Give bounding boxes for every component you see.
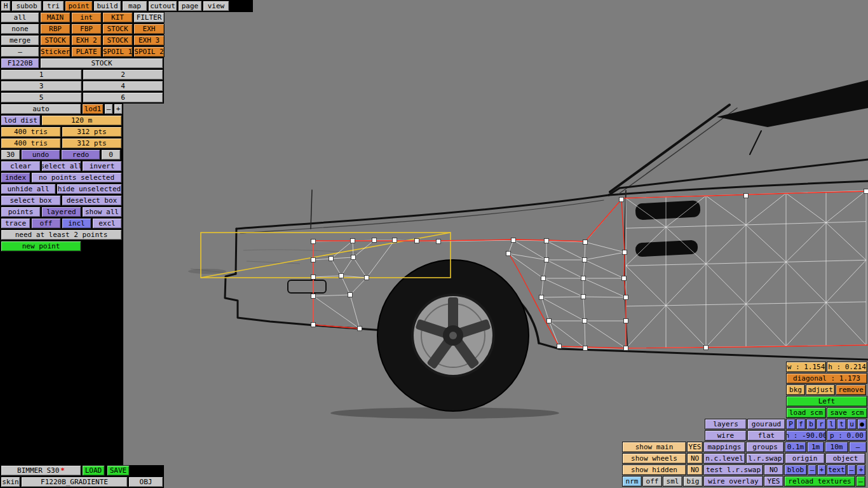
auto-button[interactable]: auto	[1, 104, 81, 114]
mesh-vertex-handle[interactable]	[704, 346, 709, 350]
lod1-button[interactable]: lod1	[82, 104, 104, 114]
show-all-button[interactable]: show all	[82, 207, 122, 217]
mesh-vertex-handle[interactable]	[311, 294, 316, 299]
skin-name-button[interactable]: F1220B_GRADIENTE	[21, 477, 128, 487]
exh-button[interactable]: EXH	[133, 24, 165, 34]
view-t-button[interactable]: t	[837, 419, 846, 430]
mesh-vertex-handle[interactable]	[539, 295, 544, 300]
mesh-vertex-handle[interactable]	[393, 238, 397, 243]
mesh-vertex-handle[interactable]	[348, 293, 353, 297]
invert-button[interactable]: invert	[82, 161, 122, 172]
grid-minus-button[interactable]: –	[849, 442, 867, 452]
page-button[interactable]: page	[178, 1, 202, 11]
object-button[interactable]: object	[825, 453, 865, 464]
unhide-all-button[interactable]: unhide all	[1, 184, 56, 194]
sml-button[interactable]: sml	[663, 476, 682, 487]
reload-textures-button[interactable]: reload textures	[784, 476, 855, 487]
plate-button[interactable]: PLATE	[71, 46, 102, 57]
all-button[interactable]: all	[1, 12, 39, 23]
mesh-vertex-handle[interactable]	[624, 346, 628, 351]
mesh-vertex-handle[interactable]	[545, 258, 549, 262]
load-button[interactable]: LOAD	[82, 465, 105, 476]
mesh-vertex-handle[interactable]	[620, 198, 624, 202]
mesh-vertex-handle[interactable]	[583, 319, 587, 323]
text-button[interactable]: text	[827, 464, 846, 475]
wire-overlay-button[interactable]: wire overlay	[703, 476, 763, 487]
mesh-vertex-handle[interactable]	[358, 327, 362, 331]
select-all-button[interactable]: select all	[41, 161, 81, 172]
view-p-button[interactable]: P	[786, 419, 796, 430]
filter-button[interactable]: FILTER	[133, 12, 165, 23]
show-wheels-state-button[interactable]: NO	[687, 453, 703, 464]
blob-plus-button[interactable]: +	[817, 464, 826, 475]
mesh-vertex-handle[interactable]	[744, 194, 749, 198]
slot-3-button[interactable]: 3	[1, 81, 82, 92]
adjust-button[interactable]: adjust	[806, 384, 835, 395]
map-button[interactable]: map	[122, 1, 147, 11]
points-button[interactable]: points	[1, 207, 41, 217]
mesh-vertex-handle[interactable]	[583, 258, 587, 262]
groups-button[interactable]: groups	[746, 442, 784, 452]
mesh-vertex-handle[interactable]	[583, 346, 588, 351]
stock-button[interactable]: STOCK	[40, 35, 71, 46]
main-button[interactable]: MAIN	[40, 12, 71, 23]
sticker-button[interactable]: Sticker	[40, 46, 71, 57]
show-hidden-state-button[interactable]: NO	[687, 464, 703, 475]
h-button[interactable]: H	[1, 1, 11, 11]
reload-minus-button[interactable]: –	[856, 476, 865, 487]
grid-1m-button[interactable]: 1m	[807, 442, 824, 452]
view-r-button[interactable]: r	[817, 419, 826, 430]
excl-button[interactable]: excl	[92, 218, 122, 229]
mesh-vertex-handle[interactable]	[372, 238, 377, 243]
slot-1-button[interactable]: 1	[1, 69, 82, 80]
mesh-vertex-handle[interactable]	[415, 239, 419, 243]
blob-minus-button[interactable]: –	[808, 464, 817, 475]
save-scm-button[interactable]: save scm	[827, 407, 867, 418]
text-plus-button[interactable]: +	[857, 464, 865, 475]
mesh-vertex-handle[interactable]	[581, 295, 586, 299]
obj-button[interactable]: OBJ	[128, 477, 163, 487]
n-c-level-button[interactable]: n.c.level	[703, 453, 745, 464]
mesh-vertex-handle[interactable]	[864, 189, 868, 194]
gouraud-button[interactable]: gouraud	[747, 419, 785, 430]
mappings-button[interactable]: mappings	[703, 442, 745, 452]
show-wheels-button[interactable]: show wheels	[622, 453, 686, 464]
mesh-vertex-handle[interactable]	[365, 276, 369, 280]
mesh-vertex-handle[interactable]	[506, 252, 511, 256]
mesh-vertex-handle[interactable]	[339, 274, 344, 278]
select-box-button[interactable]: select box	[1, 195, 61, 206]
stock-button[interactable]: STOCK	[102, 35, 133, 46]
stock-button[interactable]: STOCK	[40, 58, 163, 69]
mesh-vertex-handle[interactable]	[547, 319, 552, 323]
new-point-button[interactable]: new point	[1, 241, 81, 252]
mesh-vertex-handle[interactable]	[624, 319, 628, 323]
view-l-button[interactable]: l	[827, 419, 836, 430]
slot-6-button[interactable]: 6	[83, 92, 163, 103]
text-minus-button[interactable]: –	[847, 464, 856, 475]
show-main-button[interactable]: show main	[622, 442, 686, 452]
slot-4-button[interactable]: 4	[83, 81, 163, 92]
origin-button[interactable]: origin	[785, 453, 825, 464]
project-name-button[interactable]: BIMMER S30*	[1, 465, 81, 476]
spoil-1-button[interactable]: SPOIL 1	[102, 46, 133, 57]
clear-button[interactable]: clear	[1, 161, 41, 172]
build-button[interactable]: build	[93, 1, 121, 11]
trace-button[interactable]: trace	[1, 218, 31, 229]
none-button[interactable]: none	[1, 24, 39, 34]
view-u-button[interactable]: u	[847, 419, 857, 430]
test-l-r-swap-button[interactable]: test l.r.swap	[703, 464, 763, 475]
index-button[interactable]: index	[1, 172, 31, 183]
bkg-button[interactable]: bkg	[786, 384, 805, 395]
hide-unselected-button[interactable]: hide unselected	[57, 184, 122, 194]
point-button[interactable]: point	[65, 1, 93, 11]
view-f-button[interactable]: f	[796, 419, 806, 430]
cutout-button[interactable]: cutout	[148, 1, 177, 11]
blob-button[interactable]: blob	[784, 464, 807, 475]
mesh-vertex-handle[interactable]	[622, 276, 627, 281]
grid-0-1m-button[interactable]: 0.1m	[785, 442, 806, 452]
mesh-vertex-handle[interactable]	[541, 276, 546, 281]
show-hidden-button[interactable]: show hidden	[622, 464, 686, 475]
view-dot-button[interactable]: ●	[857, 419, 867, 430]
slot-5-button[interactable]: 5	[1, 92, 82, 103]
rbp-button[interactable]: RBP	[40, 24, 71, 34]
